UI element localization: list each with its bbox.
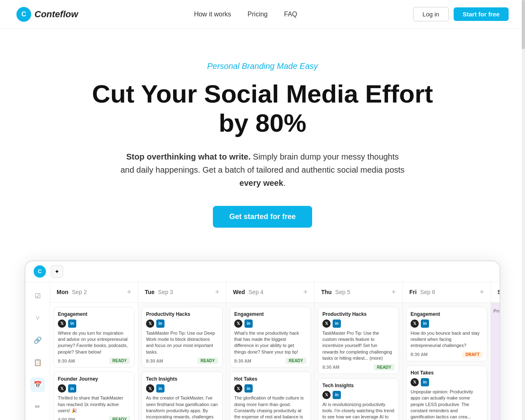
post-card[interactable]: Productivity Hacks 𝕏 in TaskMaster Pro T… <box>142 307 223 368</box>
cal-day-name-tue: Tue <box>145 289 155 295</box>
post-card[interactable]: Tech Insights 𝕏 in AI is revolutionizing… <box>318 378 399 420</box>
hero-subtitle-bold2: every week <box>240 178 283 187</box>
platform-li-icon: in <box>68 384 76 393</box>
page-scrollbar[interactable] <box>522 0 525 420</box>
cal-add-tue[interactable]: + <box>215 288 219 297</box>
post-text: Unpopular opinion: Productivity apps can… <box>411 389 483 420</box>
post-text: The glorification of hustle culture is d… <box>234 395 306 420</box>
post-card[interactable]: Engagement 𝕏 in How do you bounce back a… <box>406 307 487 361</box>
cal-day-date-mon: Sep 2 <box>72 289 87 295</box>
platform-li-icon: in <box>156 384 164 393</box>
logo-icon: C <box>16 7 31 22</box>
post-badge: READY <box>109 358 130 364</box>
post-category: Engagement <box>411 311 483 317</box>
platform-x-icon: 𝕏 <box>234 384 242 393</box>
cal-col-tue: Productivity Hacks 𝕏 in TaskMaster Pro T… <box>138 303 226 420</box>
start-button[interactable]: Start for free <box>454 7 509 21</box>
post-category: Engagement <box>58 311 130 317</box>
sidebar-icon-check[interactable]: ☑ <box>30 289 45 304</box>
post-card[interactable]: Hot Takes 𝕏 in Unpopular opinion: Produc… <box>406 365 487 420</box>
post-footer: 8:30 AM READY <box>146 358 218 364</box>
login-button[interactable]: Log in <box>413 7 449 21</box>
cal-day-name-wed: Wed <box>233 289 245 295</box>
post-icons: 𝕏 in <box>234 384 306 393</box>
post-icons: 𝕏 in <box>322 320 395 328</box>
platform-li-icon: in <box>156 320 164 328</box>
nav-pricing[interactable]: Pricing <box>248 11 268 18</box>
cal-day-name-thu: Thu <box>321 289 332 295</box>
cal-header-tue: Tue Sep 3 + <box>138 282 226 302</box>
post-time: 8:30 AM <box>322 365 340 370</box>
cal-add-mon[interactable]: + <box>127 288 131 297</box>
nav-links: How it works Pricing FAQ <box>194 11 297 18</box>
cal-add-fri[interactable]: + <box>479 288 484 297</box>
nav-faq[interactable]: FAQ <box>284 11 297 18</box>
sidebar-icon-calendar[interactable]: 📅 <box>30 377 45 392</box>
cal-header-sat: Sat <box>491 282 500 302</box>
sidebar-icon-link[interactable]: 🔗 <box>30 333 45 348</box>
cal-header-mon: Mon Sep 2 + <box>50 282 138 302</box>
post-icons: 𝕏 in <box>234 320 306 328</box>
sidebar-icon-edit[interactable]: ✏ <box>30 399 45 414</box>
platform-li-icon: in <box>333 320 341 328</box>
cal-day-name-fri: Fri <box>409 289 417 295</box>
post-text: Where do you turn for inspiration and ad… <box>58 330 130 356</box>
post-text: Thrilled to share that TaskMaster has re… <box>58 395 130 414</box>
post-card[interactable]: Founder Journey 𝕏 in Thrilled to share t… <box>53 372 135 420</box>
cal-day-date-thu: Sep 5 <box>335 289 350 295</box>
post-footer: 4:00 PM READY <box>58 416 130 420</box>
post-card[interactable]: Hot Takes 𝕏 in The glorification of hust… <box>230 372 311 420</box>
post-text: TaskMaster Pro Tip: Use our Deep Work mo… <box>146 330 218 356</box>
post-card[interactable]: Productivity Hacks 𝕏 in TaskMaster Pro T… <box>318 307 399 374</box>
post-icons: 𝕏 in <box>146 384 218 393</box>
platform-x-icon: 𝕏 <box>58 384 66 393</box>
nav-actions: Log in Start for free <box>413 7 509 21</box>
cal-add-thu[interactable]: + <box>391 288 396 297</box>
post-card[interactable]: Engagement 𝕏 in Where do you turn for in… <box>53 307 135 368</box>
platform-x-icon: 𝕏 <box>322 391 331 399</box>
post-badge: READY <box>109 416 130 420</box>
app-icon-btn[interactable]: ✦ <box>51 265 63 278</box>
post-category: Founder Journey <box>58 376 130 382</box>
platform-li-icon: in <box>244 320 253 328</box>
post-badge: READY <box>285 358 306 364</box>
cta-button[interactable]: Get started for free <box>213 206 312 228</box>
platform-li-icon: in <box>333 391 341 399</box>
app-sidebar: ☑ ⑂ 🔗 📋 📅 ✏ <box>25 282 50 420</box>
post-card[interactable]: Engagement 𝕏 in What's the one productiv… <box>230 307 311 368</box>
cal-add-wed[interactable]: + <box>303 288 308 297</box>
logo-link[interactable]: C Conteflow <box>16 7 78 22</box>
post-category: Productivity Hacks <box>322 311 395 317</box>
hero-subtitle-bold: Stop overthinking what to write. <box>126 152 251 161</box>
nav-how-it-works[interactable]: How it works <box>194 11 231 18</box>
app-preview: C ✦ ☑ ⑂ 🔗 📋 📅 ✏ Mon Sep 2 + <box>25 260 500 420</box>
post-category: Tech Insights <box>322 383 395 388</box>
app-topbar: C ✦ <box>25 261 500 282</box>
calendar-columns: Engagement 𝕏 in Where do you turn for in… <box>50 303 500 420</box>
sidebar-icon-doc[interactable]: 📋 <box>30 355 45 370</box>
post-icons: 𝕏 in <box>322 391 395 399</box>
post-icons: 𝕏 in <box>411 378 483 386</box>
post-icons: 𝕏 in <box>411 320 483 328</box>
cal-header-thu: Thu Sep 5 + <box>315 282 403 302</box>
hero-tag: Personal Branding Made Easy <box>16 62 509 71</box>
post-category: Hot Takes <box>411 370 483 376</box>
sidebar-icon-branch[interactable]: ⑂ <box>30 311 45 326</box>
post-icons: 𝕏 in <box>58 384 130 393</box>
platform-li-icon: in <box>421 320 429 328</box>
scrollbar-thumb <box>522 0 525 49</box>
post-category: Tech Insights <box>146 376 218 382</box>
platform-x-icon: 𝕏 <box>146 320 154 328</box>
platform-x-icon: 𝕏 <box>411 320 419 328</box>
post-footer: 8:30 AM DRAFT <box>411 352 483 358</box>
platform-x-icon: 𝕏 <box>146 384 154 393</box>
post-card[interactable]: Tech Insights 𝕏 in As the creator of Tas… <box>142 372 223 420</box>
post-text: What's the one productivity hack that ha… <box>234 330 306 356</box>
cal-day-name-mon: Mon <box>57 289 68 295</box>
cal-header-wed: Wed Sep 4 + <box>226 282 315 302</box>
cal-day-date-wed: Sep 4 <box>249 289 264 295</box>
platform-li-icon: in <box>68 320 76 328</box>
platform-x-icon: 𝕏 <box>234 320 242 328</box>
cal-col-wed: Engagement 𝕏 in What's the one productiv… <box>226 303 315 420</box>
post-badge: DRAFT <box>462 352 483 358</box>
